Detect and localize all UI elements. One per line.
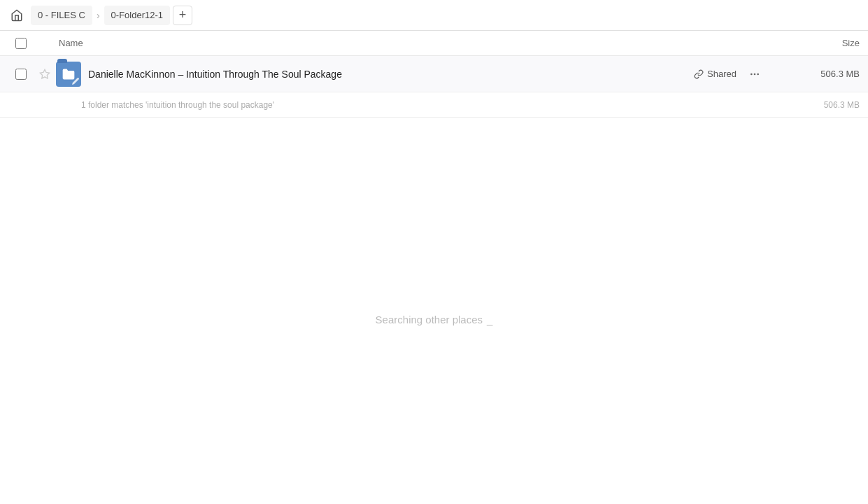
add-tab-button[interactable]: + xyxy=(173,6,192,25)
breadcrumb-separator-1: › xyxy=(97,10,100,21)
svg-point-2 xyxy=(754,73,756,75)
file-size: 506.3 MB xyxy=(776,69,860,79)
size-column-header: Size xyxy=(776,38,860,48)
searching-section: Searching other places xyxy=(0,314,868,326)
more-options-button[interactable] xyxy=(745,64,764,84)
file-name-section: Danielle MacKinnon – Intuition Through T… xyxy=(88,69,694,80)
breadcrumb-item-files-c[interactable]: 0 - FILES C xyxy=(31,6,92,25)
name-column-header: Name xyxy=(56,38,776,48)
svg-marker-0 xyxy=(40,69,49,78)
shared-label: Shared xyxy=(707,69,737,79)
file-name: Danielle MacKinnon – Intuition Through T… xyxy=(88,69,694,80)
searching-text: Searching other places xyxy=(376,314,493,326)
row-checkbox-wrapper[interactable] xyxy=(8,69,34,80)
file-actions: Shared xyxy=(694,64,764,84)
star-button[interactable] xyxy=(34,69,56,80)
link-icon xyxy=(694,69,704,79)
svg-point-3 xyxy=(757,73,759,75)
column-header-row: Name Size xyxy=(0,31,868,56)
file-row[interactable]: Danielle MacKinnon – Intuition Through T… xyxy=(0,56,868,92)
loading-indicator xyxy=(487,314,492,326)
select-all-checkbox-wrapper[interactable] xyxy=(8,38,34,49)
match-text: 1 folder matches 'intuition through the … xyxy=(81,100,776,110)
home-button[interactable] xyxy=(6,4,28,27)
select-all-checkbox[interactable] xyxy=(15,38,27,49)
folder-icon xyxy=(56,62,81,87)
breadcrumb-bar: 0 - FILES C › 0-Folder12-1 + xyxy=(0,0,868,31)
match-info-row: 1 folder matches 'intuition through the … xyxy=(0,92,868,118)
folder-icon-wrapper xyxy=(56,62,81,87)
more-dots-icon xyxy=(749,69,760,80)
shared-badge[interactable]: Shared xyxy=(694,69,737,79)
match-size: 506.3 MB xyxy=(776,100,860,110)
breadcrumb-item-folder12[interactable]: 0-Folder12-1 xyxy=(104,6,170,25)
row-checkbox[interactable] xyxy=(15,69,27,80)
svg-point-1 xyxy=(750,73,753,75)
